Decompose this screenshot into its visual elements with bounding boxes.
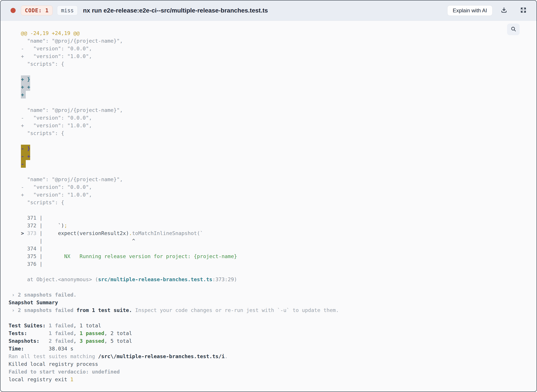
fullscreen-button[interactable] <box>520 7 527 14</box>
terminal-line: local registry exit 1 <box>9 376 537 383</box>
download-icon <box>500 7 508 14</box>
terminal-line: 376 | <box>9 260 537 268</box>
terminal-line: + <box>9 91 537 98</box>
terminal-line <box>9 68 537 75</box>
terminal-line: - "version": "0.0.0", <box>9 114 537 121</box>
terminal-line: "scripts": { <box>9 199 537 206</box>
terminal-line: Tests: 1 failed, 1 passed, 2 total <box>9 329 537 337</box>
exit-code-badge: CODE: 1 <box>21 5 52 15</box>
terminal-line <box>9 268 537 275</box>
terminal-line: Ran all test suites matching /src\/multi… <box>9 352 537 360</box>
terminal-line: Snapshots: 2 failed, 3 passed, 5 total <box>9 337 537 345</box>
terminal-line <box>9 283 537 291</box>
terminal-line: - <box>9 160 537 168</box>
log-content-area: @@ -24,19 +24,19 @@ "name": "@proj/{proj… <box>0 21 537 392</box>
terminal-line: at Object.<anonymous> (src/multiple-rele… <box>9 275 537 283</box>
terminal-line: - "version": "0.0.0", <box>9 183 537 191</box>
terminal-output: @@ -24,19 +24,19 @@ "name": "@proj/{proj… <box>0 21 537 383</box>
terminal-line: | ^ <box>9 237 537 245</box>
terminal-line: > 373 | expect(versionResult2x).toMatchI… <box>9 229 537 237</box>
terminal-line: @@ -24,19 +24,19 @@ <box>9 29 537 37</box>
search-log-button[interactable] <box>507 23 520 35</box>
terminal-line: "scripts": { <box>9 60 537 68</box>
terminal-line: "name": "@proj/{project-name}", <box>9 175 537 183</box>
terminal-line: "scripts": { <box>9 129 537 137</box>
terminal-line: + "version": "1.0.0", <box>9 121 537 129</box>
task-output-window: CODE: 1 miss nx run e2e-release:e2e-ci--… <box>0 0 537 392</box>
terminal-line: - } <box>9 145 537 152</box>
search-icon <box>510 26 517 33</box>
terminal-line <box>9 314 537 322</box>
explain-with-ai-label: Explain with AI <box>453 8 487 14</box>
terminal-line: + "version": "1.0.0", <box>9 52 537 60</box>
explain-with-ai-button[interactable]: Explain with AI <box>447 5 493 16</box>
cache-miss-badge: miss <box>57 5 78 15</box>
terminal-line <box>9 137 537 145</box>
terminal-line: + } <box>9 75 537 83</box>
header-actions: Explain with AI <box>447 5 527 16</box>
expand-icon <box>520 7 527 14</box>
terminal-line: Test Suites: 1 failed, 1 total <box>9 322 537 329</box>
terminal-line <box>9 168 537 175</box>
download-log-button[interactable] <box>500 7 508 14</box>
terminal-line: › 2 snapshots failed. <box>9 291 537 299</box>
terminal-line: 371 | <box>9 214 537 222</box>
terminal-line: Killed local registry process <box>9 360 537 368</box>
terminal-line: Time: 38.034 s <box>9 345 537 352</box>
task-header: CODE: 1 miss nx run e2e-release:e2e-ci--… <box>0 0 537 21</box>
terminal-line <box>9 206 537 214</box>
terminal-line: "name": "@proj/{project-name}", <box>9 106 537 114</box>
failed-status-dot <box>10 8 16 13</box>
terminal-line: 375 | NX Running release version for pro… <box>9 252 537 260</box>
terminal-line: 374 | <box>9 245 537 252</box>
terminal-line: Snapshot Summary <box>9 299 537 306</box>
terminal-line: - "version": "0.0.0", <box>9 45 537 52</box>
terminal-line: › 2 snapshots failed from 1 test suite. … <box>9 306 537 314</box>
terminal-line: - + <box>9 152 537 160</box>
task-title: nx run e2e-release:e2e-ci--src/multiple-… <box>83 7 447 14</box>
terminal-line: + + <box>9 83 537 91</box>
terminal-line: "name": "@proj/{project-name}", <box>9 37 537 45</box>
terminal-line <box>9 98 537 106</box>
terminal-line: + "version": "1.0.0", <box>9 191 537 199</box>
terminal-line: Failed to start verdaccio: undefined <box>9 368 537 376</box>
terminal-line: 372 | `); <box>9 222 537 229</box>
